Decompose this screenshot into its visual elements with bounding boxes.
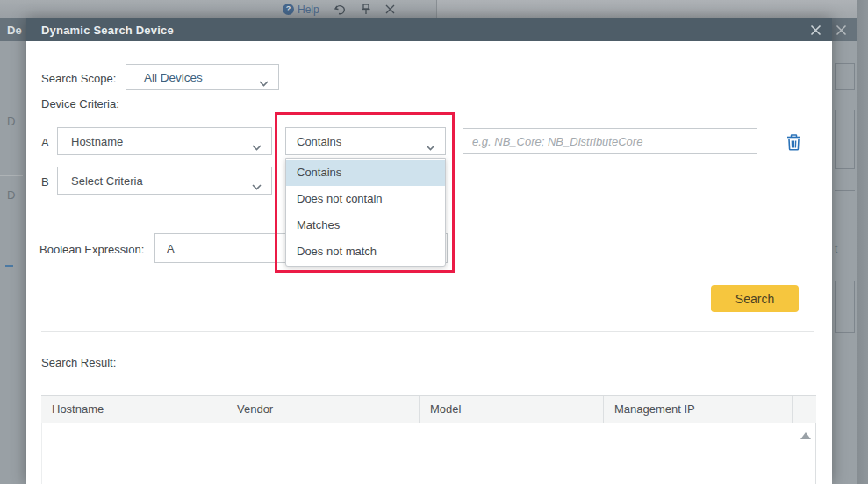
- trash-icon[interactable]: [783, 132, 804, 153]
- background-control-fragment: [835, 110, 855, 169]
- criteria-row-letter-a: A: [41, 136, 49, 149]
- chevron-down-icon: [426, 139, 435, 154]
- search-scope-value: All Devices: [144, 71, 203, 84]
- pin-icon[interactable]: [362, 4, 370, 15]
- background-dialog-right-sliver: t: [832, 41, 857, 484]
- background-control-fragment: [835, 63, 855, 90]
- column-header-vendor[interactable]: Vendor: [226, 396, 420, 423]
- operator-dropdown-menu: Contains Does not contain Matches Does n…: [285, 158, 446, 267]
- dynamic-search-device-dialog: Dynamic Search Device Search Scope: All …: [26, 18, 832, 484]
- search-button[interactable]: Search: [711, 285, 799, 312]
- background-top-strip-divider: [436, 0, 437, 18]
- search-result-label: Search Result:: [41, 356, 116, 369]
- menu-item-matches[interactable]: Matches: [286, 212, 445, 238]
- background-dialog-title-fragment: De: [7, 24, 22, 37]
- menu-item-does-not-match[interactable]: Does not match: [286, 238, 445, 265]
- background-label-fragment: D: [7, 189, 15, 202]
- background-divider-fragment: [0, 175, 23, 176]
- background-control-fragment: [835, 281, 855, 333]
- column-header-model[interactable]: Model: [420, 396, 604, 423]
- menu-item-contains[interactable]: Contains: [286, 160, 445, 186]
- operator-select-a-value: Contains: [297, 135, 341, 148]
- result-table-body: [41, 424, 816, 484]
- search-scope-select[interactable]: All Devices: [126, 64, 279, 90]
- criteria-select-b-value: Select Criteria: [71, 174, 143, 188]
- scrollbar-track-divider: [793, 424, 793, 484]
- dialog-close-icon[interactable]: [809, 24, 822, 37]
- result-table-header: Hostname Vendor Model Management IP: [41, 395, 816, 424]
- menu-item-does-not-contain[interactable]: Does not contain: [286, 186, 445, 212]
- undo-icon[interactable]: [334, 4, 347, 15]
- help-link[interactable]: Help: [298, 4, 319, 16]
- background-text-fragment: t: [835, 243, 837, 255]
- background-top-strip-right: [437, 0, 857, 18]
- dialog-titlebar: Dynamic Search Device: [26, 18, 832, 41]
- criteria-select-b[interactable]: Select Criteria: [57, 167, 272, 195]
- chevron-down-icon: [259, 75, 269, 90]
- column-header-hostname[interactable]: Hostname: [41, 396, 226, 423]
- background-page-edge: [857, 0, 868, 484]
- column-header-management-ip[interactable]: Management IP: [604, 396, 793, 423]
- background-label-fragment: D: [7, 115, 15, 128]
- background-dialog-toolbar: ? Help: [283, 2, 395, 17]
- background-dialog-left-sliver: D D: [0, 41, 26, 484]
- chevron-down-icon: [252, 139, 262, 154]
- device-criteria-label: Device Criteria:: [41, 97, 119, 110]
- section-divider: [41, 331, 814, 332]
- background-link-fragment: [5, 265, 13, 267]
- help-icon[interactable]: ?: [283, 4, 294, 15]
- boolean-expression-label: Boolean Expression:: [39, 243, 144, 256]
- criteria-select-a-value: Hostname: [71, 135, 123, 148]
- operator-select-a[interactable]: Contains: [285, 127, 446, 155]
- background-close-icon[interactable]: [836, 24, 847, 39]
- criteria-value-input-a[interactable]: [463, 128, 757, 154]
- chevron-down-icon: [252, 178, 262, 194]
- scroll-up-icon[interactable]: [800, 432, 811, 439]
- close-icon[interactable]: [385, 4, 395, 14]
- search-scope-label: Search Scope:: [41, 72, 116, 85]
- criteria-row-letter-b: B: [41, 175, 49, 189]
- criteria-select-a[interactable]: Hostname: [57, 127, 272, 155]
- background-divider-fragment: [835, 190, 855, 191]
- dialog-title: Dynamic Search Device: [41, 24, 174, 37]
- column-header-scroll-spacer: [793, 396, 816, 423]
